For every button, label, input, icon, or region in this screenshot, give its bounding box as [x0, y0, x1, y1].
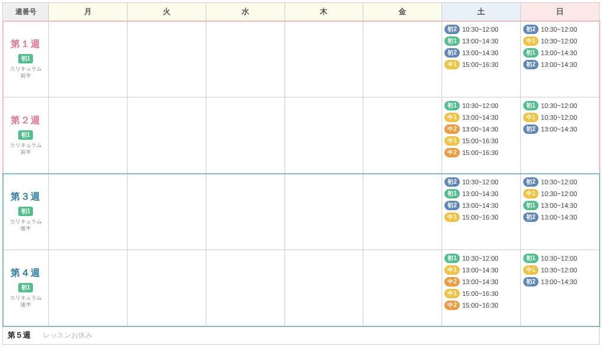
lesson-time: 13:00~14:30 — [462, 126, 498, 133]
lesson-time: 15:00~16:30 — [462, 149, 498, 156]
level-pill: 中1 — [523, 265, 539, 275]
lesson-time: 13:00~14:30 — [541, 214, 577, 221]
cell-sun: 初1 10:30~12:00 中1 10:30~12:00 初2 13:00~1… — [521, 97, 600, 174]
level-pill: 中1 — [523, 189, 539, 198]
header-sun: 日 — [521, 3, 600, 21]
week-subtitle: カリキュラム後半 — [4, 218, 47, 232]
week-row: 第２週 初1 カリキュラム前半 初1 10:30~12:00 中1 13:00~… — [3, 97, 600, 174]
week-header-cell: 第２週 初1 カリキュラム前半 — [3, 97, 49, 174]
week-header-cell: 第１週 初1 カリキュラム前半 — [3, 21, 49, 97]
level-pill: 中2 — [444, 301, 460, 310]
level-pill: 中2 — [444, 148, 460, 157]
cell-wed — [206, 21, 285, 97]
lesson-slot: 中1 13:00~14:30 — [444, 265, 518, 275]
header-mon: 月 — [49, 3, 128, 21]
cell-wed — [206, 250, 285, 326]
level-pill: 初2 — [523, 177, 539, 187]
lesson-time: 13:00~14:30 — [462, 267, 498, 274]
week5-note: レッスンお休み — [43, 331, 92, 339]
level-pill: 中1 — [444, 213, 460, 222]
week-title: 第２週 — [4, 114, 47, 127]
cell-mon — [49, 174, 128, 250]
level-pill: 初2 — [523, 60, 539, 69]
level-pill: 初1 — [444, 101, 460, 110]
header-fri: 金 — [363, 3, 442, 21]
cell-thu — [285, 21, 363, 97]
week-subtitle: カリキュラム後半 — [4, 295, 47, 308]
lesson-time: 15:00~16:30 — [462, 290, 498, 297]
header-tue: 火 — [127, 3, 206, 21]
level-pill: 初2 — [444, 201, 460, 210]
cell-fri — [363, 174, 442, 250]
lesson-slot: 初1 13:00~14:30 — [523, 48, 597, 58]
cell-wed — [206, 174, 285, 250]
week5-row: 第５週 レッスンお休み — [3, 326, 600, 345]
level-pill: 初2 — [444, 25, 460, 34]
level-pill: 初1 — [523, 254, 539, 263]
lesson-slot: 初2 13:00~14:30 — [523, 213, 597, 222]
lesson-slot: 初2 10:30~12:00 — [523, 177, 597, 187]
level-pill: 中1 — [523, 113, 539, 122]
lesson-time: 10:30~12:00 — [541, 190, 577, 197]
cell-sat: 初2 10:30~12:00 初1 13:00~14:30 初2 13:00~1… — [442, 21, 521, 97]
lesson-time: 10:30~12:00 — [462, 26, 498, 33]
lesson-time: 13:00~14:30 — [462, 114, 498, 121]
lesson-time: 13:00~14:30 — [541, 49, 577, 56]
header-wed: 水 — [206, 3, 285, 21]
level-pill: 中2 — [444, 124, 460, 134]
week5-title: 第５週 — [8, 331, 31, 339]
lesson-slot: 初2 13:00~14:30 — [523, 124, 597, 134]
lesson-time: 13:00~14:30 — [462, 190, 498, 197]
level-pill: 初1 — [523, 101, 539, 110]
level-pill: 中1 — [523, 36, 539, 46]
cell-sat: 初1 10:30~12:00 中1 13:00~14:30 中2 13:00~1… — [442, 250, 521, 326]
lesson-time: 13:00~14:30 — [541, 278, 577, 285]
week-title: 第３週 — [4, 191, 47, 203]
cell-tue — [127, 21, 206, 97]
cell-fri — [363, 250, 442, 326]
level-pill: 初1 — [444, 36, 460, 46]
lesson-time: 13:00~14:30 — [541, 202, 577, 209]
lesson-slot: 中2 13:00~14:30 — [444, 124, 518, 134]
lesson-slot: 初1 10:30~12:00 — [523, 254, 597, 263]
cell-sun: 初2 10:30~12:00 中1 10:30~12:00 初1 13:00~1… — [521, 174, 600, 250]
lesson-time: 13:00~14:30 — [541, 61, 577, 68]
cell-thu — [285, 97, 363, 174]
level-pill: 初2 — [523, 277, 539, 287]
lesson-slot: 初1 13:00~14:30 — [523, 201, 597, 210]
lesson-slot: 中1 10:30~12:00 — [523, 36, 597, 46]
schedule-table: 週番号 月 火 水 木 金 土 日 第１週 初1 カリキュラム前半 初2 10:… — [2, 2, 600, 345]
level-pill: 中1 — [444, 113, 460, 122]
lesson-slot: 中1 15:00~16:30 — [444, 136, 518, 146]
lesson-slot: 中1 15:00~16:30 — [444, 289, 518, 298]
cell-tue — [127, 250, 206, 326]
lesson-slot: 中1 15:00~16:30 — [444, 60, 518, 69]
week-title: 第１週 — [4, 38, 47, 50]
lesson-slot: 初2 13:00~14:30 — [523, 60, 597, 69]
level-pill: 中1 — [444, 136, 460, 146]
level-pill: 初2 — [523, 25, 539, 34]
cell-mon — [49, 250, 128, 326]
lesson-slot: 初2 10:30~12:00 — [523, 25, 597, 34]
lesson-time: 15:00~16:30 — [462, 137, 498, 144]
cell-mon — [49, 21, 128, 97]
level-pill: 初1 — [523, 48, 539, 58]
lesson-time: 10:30~12:00 — [541, 267, 577, 274]
cell-fri — [363, 21, 442, 97]
cell-tue — [127, 174, 206, 250]
week-header-cell: 第３週 初1 カリキュラム後半 — [3, 174, 49, 250]
week-row: 第３週 初1 カリキュラム後半 初2 10:30~12:00 初1 13:00~… — [3, 174, 600, 250]
cell-wed — [206, 97, 285, 174]
cell-sun: 初2 10:30~12:00 中1 10:30~12:00 初1 13:00~1… — [521, 21, 600, 97]
week-level-badge: 初1 — [18, 283, 34, 292]
lesson-slot: 初2 13:00~14:30 — [444, 48, 518, 58]
week-level-badge: 初1 — [18, 130, 34, 140]
lesson-slot: 中2 15:00~16:30 — [444, 301, 518, 310]
lesson-time: 10:30~12:00 — [462, 102, 498, 109]
lesson-slot: 初2 10:30~12:00 — [444, 25, 518, 34]
level-pill: 中1 — [444, 60, 460, 69]
lesson-slot: 中1 15:00~16:30 — [444, 213, 518, 222]
level-pill: 初1 — [444, 189, 460, 198]
lesson-time: 10:30~12:00 — [541, 178, 577, 186]
lesson-slot: 初1 10:30~12:00 — [444, 254, 518, 263]
